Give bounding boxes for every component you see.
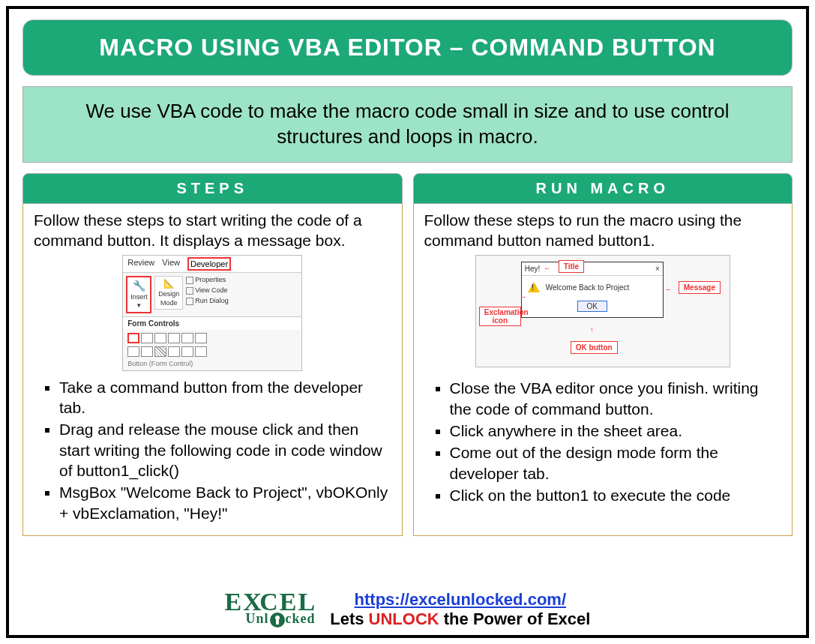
list-item: Drag and release the mouse click and the…: [59, 419, 391, 481]
ribbon-illustration: Review View Developer 🔧 Insert ▾ 📐: [122, 255, 302, 371]
run-macro-body: Follow these steps to run the macro usin…: [413, 204, 793, 536]
columns: STEPS Follow these steps to start writin…: [22, 173, 793, 536]
run-macro-heading: RUN MACRO: [413, 173, 793, 204]
ribbon-insert-button: 🔧 Insert ▾: [126, 276, 151, 313]
ribbon-group: Properties View Code Run Dialog: [186, 276, 229, 305]
steps-column: STEPS Follow these steps to start writin…: [22, 173, 403, 536]
label-message: Message: [679, 281, 721, 294]
list-item: Take a command button from the developer…: [59, 377, 391, 418]
list-item: Click anywhere in the sheet area.: [450, 421, 782, 441]
button-control-icon: [127, 333, 139, 343]
run-macro-column: RUN MACRO Follow these steps to run the …: [413, 173, 793, 536]
keyhole-icon: [270, 613, 285, 628]
footer: EXCEL Unlcked https://excelunlocked.com/…: [9, 590, 806, 629]
msgbox-title: Hey!: [525, 264, 541, 274]
exclamation-icon: [528, 282, 540, 292]
steps-list: Take a command button from the developer…: [59, 377, 391, 523]
label-title: Title: [559, 260, 584, 273]
document-frame: MACRO USING VBA EDITOR – COMMAND BUTTON …: [6, 6, 809, 638]
label-exclamation: Exclamation icon: [479, 307, 521, 326]
ok-button: OK: [577, 301, 607, 312]
form-controls-grid: [123, 330, 301, 346]
page-subtitle: We use VBA code to make the macro code s…: [22, 86, 793, 163]
msgbox-message: Welcome Back to Project: [546, 283, 630, 292]
steps-body: Follow these steps to start writing the …: [22, 204, 403, 536]
page-title: MACRO USING VBA EDITOR – COMMAND BUTTON: [22, 19, 793, 76]
footer-link[interactable]: https://excelunlocked.com/: [355, 590, 566, 609]
logo: EXCEL Unlcked: [225, 592, 317, 628]
list-item: MsgBox "Welcome Back to Project", vbOKOn…: [59, 482, 391, 523]
run-macro-list: Close the VBA editor once you finish. wr…: [450, 378, 782, 505]
form-controls-label: Form Controls: [123, 316, 301, 330]
ribbon-design-button: 📐 Design Mode: [154, 276, 183, 310]
run-macro-intro: Follow these steps to run the macro usin…: [424, 210, 782, 251]
footer-tagline: Lets UNLOCK the Power of Excel: [330, 610, 590, 628]
ribbon-tab-developer: Developer: [187, 257, 231, 271]
form-control-caption: Button (Form Control): [123, 360, 301, 370]
close-icon: ×: [655, 264, 660, 274]
msgbox-illustration: Hey! × Welcome Back to Project OK: [475, 255, 730, 367]
list-item: Close the VBA editor once you finish. wr…: [450, 378, 782, 419]
list-item: Come out of the design mode form the dev…: [450, 442, 782, 484]
steps-heading: STEPS: [22, 173, 403, 204]
list-item: Click on the button1 to execute the code: [450, 485, 782, 505]
label-ok: OK button: [571, 341, 618, 354]
ribbon-tab-view: View: [162, 257, 180, 271]
steps-intro: Follow these steps to start writing the …: [34, 210, 391, 251]
ribbon-tab-review: Review: [127, 257, 154, 271]
